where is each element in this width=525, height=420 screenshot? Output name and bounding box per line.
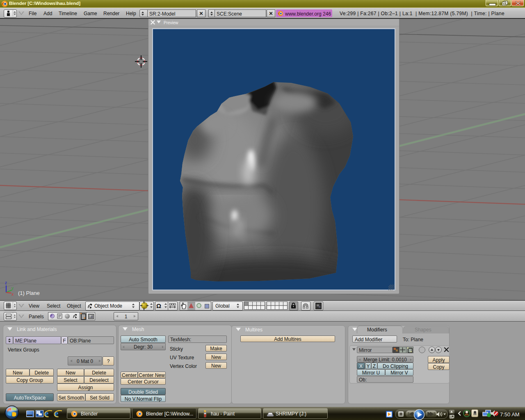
svg-text:z: z bbox=[5, 281, 7, 285]
svg-text:y: y bbox=[11, 286, 14, 290]
svg-text:(1) Plane: (1) Plane bbox=[18, 290, 40, 296]
svg-text:x: x bbox=[11, 292, 14, 297]
